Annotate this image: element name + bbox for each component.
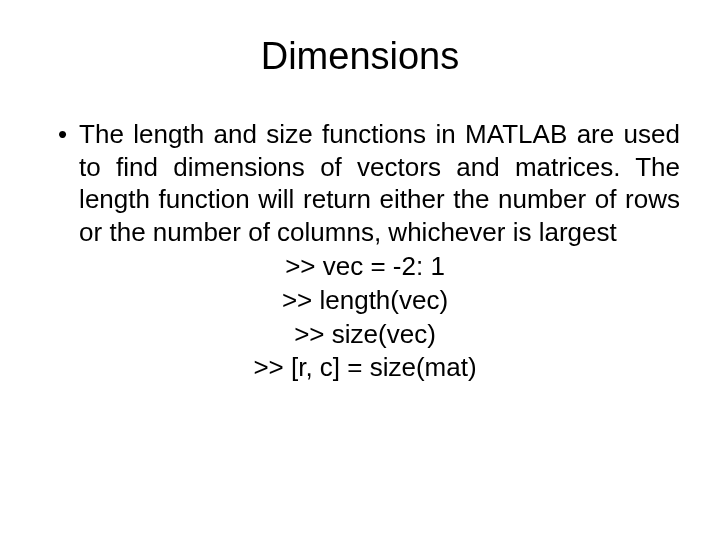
bullet-text: The length and size functions in MATLAB … (79, 118, 680, 248)
bullet-marker: • (58, 118, 67, 151)
code-line-2: >> length(vec) (50, 284, 680, 318)
slide-content: • The length and size functions in MATLA… (40, 118, 680, 385)
code-line-1: >> vec = -2: 1 (50, 250, 680, 284)
code-block: >> vec = -2: 1 >> length(vec) >> size(ve… (50, 250, 680, 385)
slide-title: Dimensions (40, 35, 680, 78)
bullet-item: • The length and size functions in MATLA… (50, 118, 680, 248)
code-line-4: >> [r, c] = size(mat) (50, 351, 680, 385)
code-line-3: >> size(vec) (50, 318, 680, 352)
